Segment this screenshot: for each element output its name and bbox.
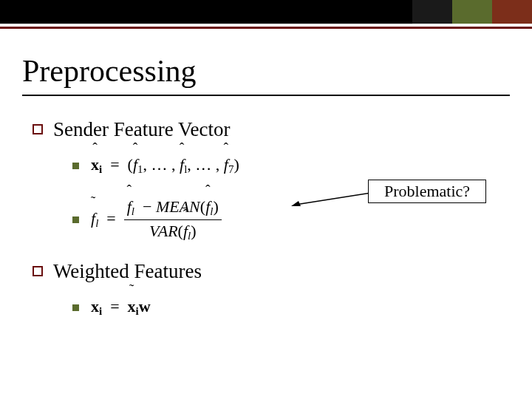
equation-weighted: xi = ˜xiw	[72, 292, 505, 323]
equation-standardize: ˜fl = ˆfl − MEAN(ˆfl) VAR(ˆfl)	[72, 197, 505, 242]
math-subscript: l	[132, 205, 134, 217]
math-symbol: f	[127, 197, 132, 216]
math-symbol: x	[91, 297, 99, 316]
equation-body: ˆxi = (ˆf1, … , ˆfl, … , ˆf7)	[91, 155, 239, 176]
section-label: Sender Feature Vector	[53, 118, 230, 141]
square-bullet-icon	[33, 124, 43, 134]
math-subscript: 7	[228, 163, 233, 175]
content-area: Sender Feature Vector ˆxi = (ˆf1, … , ˆf…	[33, 111, 505, 323]
math-subscript: l	[184, 163, 187, 175]
filled-square-bullet-icon	[72, 216, 79, 223]
math-subscript: i	[99, 305, 102, 317]
math-symbol: f	[224, 155, 228, 174]
math-operator: VAR	[149, 222, 178, 240]
equation-feature-vector: ˆxi = (ˆf1, … , ˆfl, … , ˆf7)	[72, 150, 505, 181]
top-bar-segment-olive	[452, 0, 492, 24]
section-sender-feature-vector: Sender Feature Vector	[33, 118, 505, 141]
square-bullet-icon	[33, 266, 43, 276]
top-bar-segment-maroon	[492, 0, 532, 24]
title-underline	[22, 95, 510, 96]
filled-square-bullet-icon	[72, 163, 79, 169]
math-symbol: w	[139, 297, 151, 316]
math-fraction: ˆfl − MEAN(ˆfl) VAR(ˆfl)	[124, 197, 222, 242]
top-bar-segment-dark	[412, 0, 452, 24]
math-symbol: f	[133, 155, 137, 174]
math-symbol: f	[205, 197, 210, 216]
math-operator: MEAN	[156, 197, 200, 216]
equation-body: ˜fl = ˆfl − MEAN(ˆfl) VAR(ˆfl)	[91, 197, 222, 242]
callout-text: Problematic?	[384, 182, 470, 201]
arrow-icon	[291, 191, 371, 206]
page-title: Preprocessing	[22, 53, 197, 89]
callout-problematic: Problematic?	[368, 180, 486, 203]
equation-body: xi = ˜xiw	[91, 297, 151, 318]
svg-line-0	[296, 193, 371, 205]
top-bar-spacer	[0, 0, 412, 24]
math-symbol: f	[91, 209, 95, 228]
top-bar-rule	[0, 27, 532, 29]
math-subscript: i	[99, 163, 102, 175]
section-weighted-features: Weighted Features	[33, 260, 505, 283]
slide: Preprocessing Sender Feature Vector ˆxi …	[0, 0, 532, 399]
math-symbol: f	[183, 222, 188, 240]
section-label: Weighted Features	[53, 260, 202, 283]
math-subscript: l	[95, 217, 98, 229]
filled-square-bullet-icon	[72, 304, 79, 311]
math-subscript: l	[188, 230, 191, 242]
math-symbol: f	[180, 155, 184, 174]
math-symbol: x	[128, 297, 136, 316]
math-subscript: 1	[137, 163, 143, 175]
math-subscript: l	[210, 205, 213, 217]
svg-marker-1	[291, 201, 301, 206]
math-symbol: x	[91, 155, 99, 174]
top-bar	[0, 0, 532, 24]
